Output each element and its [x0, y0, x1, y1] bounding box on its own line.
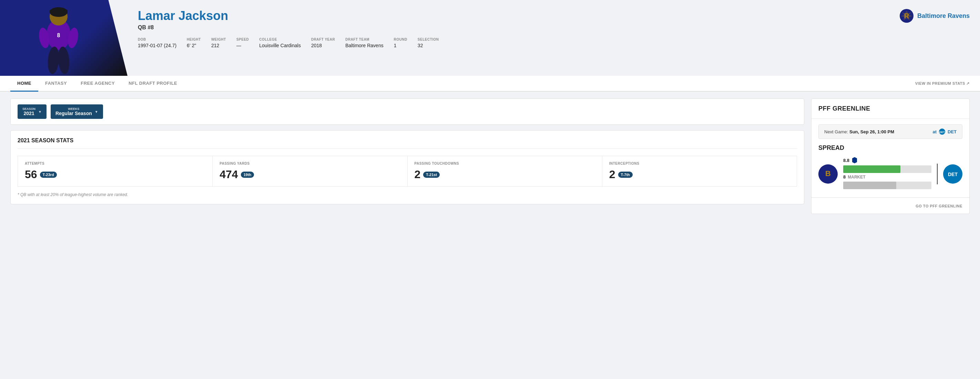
tab-fantasy[interactable]: FANTASY [38, 76, 74, 92]
stats-title: 2021 SEASON STATS [18, 137, 797, 149]
detail-selection: SELECTION 32 [418, 38, 449, 48]
team-name[interactable]: Baltimore Ravens [917, 13, 970, 20]
next-game-label: Next Game: Sun, Sep 26, 1:00 PM [824, 129, 894, 134]
detail-weight: WEIGHT 212 [211, 38, 236, 48]
greenline-footer-link[interactable]: GO TO PFF GREENLINE [916, 204, 963, 208]
tab-nfl-draft[interactable]: NFL DRAFT PROFILE [122, 76, 184, 92]
weeks-chevron-icon: ▼ [95, 110, 98, 114]
dob-value: 1997-01-07 (24.7) [138, 43, 177, 48]
market-bar-track [843, 182, 931, 189]
det-team-logo: DET [943, 164, 963, 184]
svg-text:8: 8 [57, 32, 60, 38]
stat-interceptions: INTERCEPTIONS 2 T-7th [602, 156, 797, 186]
main-content: SEASON 2021 ▼ WEEKS Regular Season ▼ 202… [0, 92, 980, 221]
chart-divider [937, 164, 938, 184]
season-chevron-icon: ▼ [38, 110, 42, 114]
detail-height: HEIGHT 6' 2" [187, 38, 211, 48]
svg-text:DET: DET [948, 172, 958, 177]
rank-badge-attempts: T-23rd [40, 172, 57, 178]
stats-card: 2021 SEASON STATS ATTEMPTS 56 T-23rd PAS… [10, 130, 804, 204]
ravens-team-logo: B [818, 164, 838, 184]
stats-grid: ATTEMPTS 56 T-23rd PASSING YARDS 474 19t… [18, 156, 797, 187]
det-logo-icon: DET [939, 128, 945, 135]
greenline-footer: GO TO PFF GREENLINE [811, 197, 969, 213]
det-spread-icon: DET [946, 167, 960, 181]
spread-section: SPREAD B 8.8 [811, 144, 969, 197]
pff-bar-label: 8.8 [843, 157, 931, 163]
rank-badge-yards: 19th [241, 172, 254, 178]
stat-passing-yards: PASSING YARDS 474 19th [213, 156, 407, 186]
team-logo-area[interactable]: R Baltimore Ravens [889, 0, 980, 32]
stats-note: * QB with at least 20% of league-highest… [18, 192, 797, 197]
detail-speed: SPEED — [236, 38, 259, 48]
tab-free-agency[interactable]: FREE AGENCY [74, 76, 122, 92]
stat-touchdowns: PASSING TOUCHDOWNS 2 T-21st [408, 156, 602, 186]
greenline-title: PFF GREENLINE [818, 105, 963, 112]
player-info: Lamar Jackson QB #8 DOB 1997-01-07 (24.7… [127, 0, 889, 55]
market-bar-label: 8 MARKET [843, 174, 931, 180]
player-details: DOB 1997-01-07 (24.7) HEIGHT 6' 2" WEIGH… [138, 38, 879, 48]
right-panel: PFF GREENLINE Next Game: Sun, Sep 26, 1:… [811, 99, 970, 214]
nav-tabs-left: HOME FANTASY FREE AGENCY NFL DRAFT PROFI… [10, 76, 184, 91]
greenline-card: PFF GREENLINE Next Game: Sun, Sep 26, 1:… [811, 99, 970, 214]
svg-point-4 [47, 46, 60, 75]
next-game-bar: Next Game: Sun, Sep 26, 1:00 PM at DET D… [818, 124, 963, 139]
nav-tabs: HOME FANTASY FREE AGENCY NFL DRAFT PROFI… [0, 76, 980, 92]
bar-chart: 8.8 8 MARKET [843, 157, 931, 191]
stat-attempts: ATTEMPTS 56 T-23rd [18, 156, 212, 186]
rank-badge-td: T-21st [423, 172, 440, 178]
greenline-header: PFF GREENLINE [811, 99, 969, 119]
player-position: QB #8 [138, 24, 879, 31]
detail-draft-team: DRAFT TEAM Baltimore Ravens [345, 38, 394, 48]
next-game-team: at DET DET [932, 128, 956, 135]
player-header: 8 Lamar Jackson QB #8 DOB 1997-01-07 (24… [0, 0, 980, 76]
pff-bar-fill [843, 166, 900, 173]
weeks-dropdown[interactable]: WEEKS Regular Season ▼ [51, 104, 103, 119]
ravens-logo-icon: R [899, 9, 914, 23]
svg-rect-8 [49, 10, 68, 13]
season-dropdown[interactable]: SEASON 2021 ▼ [18, 104, 46, 119]
detail-round: ROUND 1 [394, 38, 418, 48]
market-bar-fill [843, 182, 896, 189]
premium-stats-link[interactable]: VIEW IN PREMIUM STATS ↗ [915, 81, 970, 86]
filter-bar: SEASON 2021 ▼ WEEKS Regular Season ▼ [10, 99, 804, 125]
spread-chart: B 8.8 8 MARKET [818, 157, 963, 191]
svg-text:B: B [825, 169, 831, 178]
detail-college: COLLEGE Louisville Cardinals [259, 38, 311, 48]
ravens-spread-icon: B [821, 167, 835, 181]
pff-bar-track [843, 166, 931, 173]
detail-draft-year: DRAFT YEAR 2018 [311, 38, 345, 48]
spread-title: SPREAD [818, 144, 963, 151]
detail-dob: DOB 1997-01-07 (24.7) [138, 38, 187, 48]
tab-home[interactable]: HOME [10, 76, 38, 92]
player-silhouette: 8 [10, 3, 107, 76]
nfl-shield-icon [852, 157, 857, 163]
svg-text:DET: DET [939, 131, 945, 134]
svg-point-5 [57, 46, 71, 75]
player-name: Lamar Jackson [138, 9, 879, 23]
rank-badge-int: T-7th [618, 172, 633, 178]
left-panel: SEASON 2021 ▼ WEEKS Regular Season ▼ 202… [10, 99, 804, 214]
player-image: 8 [0, 0, 127, 76]
